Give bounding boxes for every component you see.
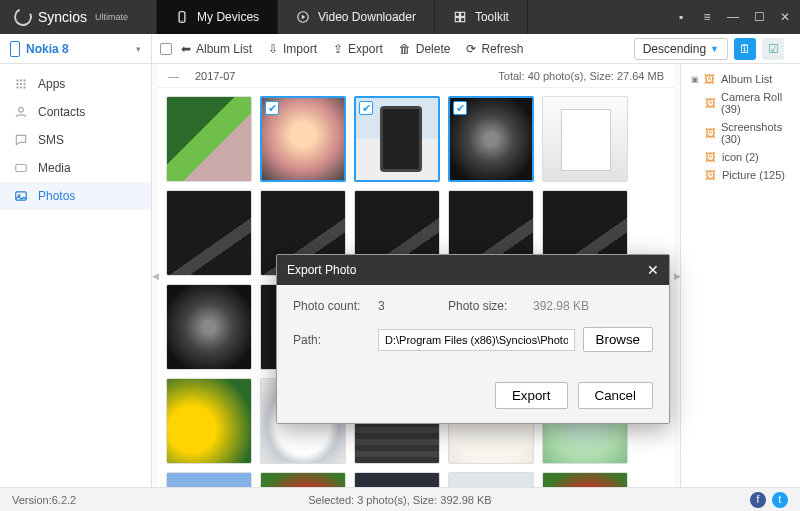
modal-cancel-button[interactable]: Cancel <box>578 382 654 409</box>
path-label: Path: <box>293 333 378 347</box>
album-camera-roll-label: Camera Roll (39) <box>721 91 794 115</box>
export-button[interactable]: ⇪ Export <box>326 39 390 59</box>
sidebar-item-photos[interactable]: Photos <box>0 182 151 210</box>
view-list-button[interactable]: ☑ <box>762 38 784 60</box>
tab-toolkit-label: Toolkit <box>475 10 509 24</box>
apps-icon <box>14 77 28 91</box>
album-list-label: Album List <box>196 42 252 56</box>
photo-thumbnail[interactable] <box>166 378 252 464</box>
album-picture-label: Picture (125) <box>722 169 785 181</box>
sms-icon <box>14 133 28 147</box>
photo-thumbnail[interactable] <box>542 472 628 487</box>
refresh-button[interactable]: ⟳ Refresh <box>459 39 530 59</box>
feedback-icon[interactable]: ▪ <box>674 10 688 24</box>
image-icon: 🖼 <box>705 127 716 139</box>
album-screenshots[interactable]: 🖼 Screenshots (30) <box>681 118 800 148</box>
svg-point-1 <box>181 20 182 21</box>
menu-icon[interactable]: ≡ <box>700 10 714 24</box>
tab-toolkit[interactable]: Toolkit <box>435 0 528 34</box>
back-arrow-icon: ⬅ <box>181 42 191 56</box>
sidebar-item-contacts[interactable]: Contacts <box>0 98 151 126</box>
app-logo-icon <box>11 5 34 28</box>
photo-thumbnail[interactable] <box>166 284 252 370</box>
app-brand: Syncios Ultimate <box>14 8 128 26</box>
check-icon: ☑ <box>768 42 779 56</box>
svg-point-7 <box>16 79 18 81</box>
album-camera-roll[interactable]: 🖼 Camera Roll (39) <box>681 88 800 118</box>
photo-thumbnail[interactable]: ✔ <box>448 96 534 182</box>
select-all-checkbox[interactable] <box>160 43 172 55</box>
browse-button[interactable]: Browse <box>583 327 653 352</box>
photo-count-label: Photo count: <box>293 299 378 313</box>
album-list-button[interactable]: ⬅ Album List <box>174 39 259 59</box>
main-body: Apps Contacts SMS Media Photos ◀ — 2017-… <box>0 64 800 487</box>
sidebar-item-media[interactable]: Media <box>0 154 151 182</box>
path-input[interactable] <box>378 329 575 351</box>
photo-thumbnail[interactable]: ✔ <box>354 96 440 182</box>
photo-thumbnail[interactable] <box>448 472 534 487</box>
photo-size-value: 392.98 KB <box>533 299 589 313</box>
album-icon[interactable]: 🖼 icon (2) <box>681 148 800 166</box>
view-date-button[interactable]: 🗓 <box>734 38 756 60</box>
status-bar: Version: 6.2.2 Selected: 3 photo(s), Siz… <box>0 487 800 511</box>
tab-my-devices-label: My Devices <box>197 10 259 24</box>
sidebar-contacts-label: Contacts <box>38 105 85 119</box>
collapse-icon[interactable]: — <box>168 70 179 82</box>
photo-thumbnail[interactable] <box>542 96 628 182</box>
close-icon[interactable]: ✕ <box>778 10 792 24</box>
group-summary: Total: 40 photo(s), Size: 27.64 MB <box>498 70 664 82</box>
sidebar-photos-label: Photos <box>38 189 75 203</box>
check-icon: ✔ <box>453 101 467 115</box>
refresh-icon: ⟳ <box>466 42 476 56</box>
sidebar-media-label: Media <box>38 161 71 175</box>
export-label: Export <box>348 42 383 56</box>
import-button[interactable]: ⇩ Import <box>261 39 324 59</box>
sidebar-item-apps[interactable]: Apps <box>0 70 151 98</box>
modal-info-row: Photo count: 3 Photo size: 392.98 KB <box>293 299 653 313</box>
tab-video-downloader[interactable]: Video Downloader <box>278 0 435 34</box>
svg-point-16 <box>19 107 24 112</box>
photo-thumbnail[interactable] <box>354 472 440 487</box>
status-selection: Selected: 3 photo(s), Size: 392.98 KB <box>0 494 800 506</box>
device-icon <box>175 10 189 24</box>
photo-thumbnail[interactable] <box>166 190 252 276</box>
photo-thumbnail[interactable] <box>260 472 346 487</box>
delete-button[interactable]: 🗑 Delete <box>392 39 458 59</box>
album-root[interactable]: ▣ 🖼 Album List <box>681 70 800 88</box>
album-root-label: Album List <box>721 73 772 85</box>
tab-my-devices[interactable]: My Devices <box>156 0 278 34</box>
svg-point-14 <box>20 86 22 88</box>
calendar-icon: 🗓 <box>739 42 751 56</box>
modal-header: Export Photo ✕ <box>277 255 669 285</box>
import-icon: ⇩ <box>268 42 278 56</box>
modal-export-button[interactable]: Export <box>495 382 568 409</box>
tab-video-label: Video Downloader <box>318 10 416 24</box>
sidebar-item-sms[interactable]: SMS <box>0 126 151 154</box>
photo-toolbar: ⬅ Album List ⇩ Import ⇪ Export 🗑 Delete … <box>152 34 800 63</box>
sidebar: Apps Contacts SMS Media Photos <box>0 64 152 487</box>
svg-point-8 <box>20 79 22 81</box>
album-icon-label: icon (2) <box>722 151 759 163</box>
maximize-icon[interactable]: ☐ <box>752 10 766 24</box>
minimize-icon[interactable]: — <box>726 10 740 24</box>
sort-label: Descending <box>643 42 706 56</box>
image-icon: 🖼 <box>705 151 717 163</box>
modal-body: Photo count: 3 Photo size: 392.98 KB Pat… <box>277 285 669 372</box>
import-label: Import <box>283 42 317 56</box>
photo-thumbnail[interactable]: ✔ <box>260 96 346 182</box>
image-icon: 🖼 <box>705 169 717 181</box>
facebook-icon[interactable]: f <box>750 492 766 508</box>
album-screenshots-label: Screenshots (30) <box>721 121 794 145</box>
refresh-label: Refresh <box>481 42 523 56</box>
app-edition: Ultimate <box>95 12 128 22</box>
sort-button[interactable]: Descending ▼ <box>634 38 728 60</box>
photo-thumbnail[interactable] <box>166 472 252 487</box>
folder-icon: 🖼 <box>704 73 716 85</box>
group-header: — 2017-07 Total: 40 photo(s), Size: 27.6… <box>158 64 674 88</box>
twitter-icon[interactable]: t <box>772 492 788 508</box>
device-selector[interactable]: Nokia 8 ▾ <box>0 34 152 63</box>
photo-thumbnail[interactable] <box>166 96 252 182</box>
album-picture[interactable]: 🖼 Picture (125) <box>681 166 800 184</box>
export-icon: ⇪ <box>333 42 343 56</box>
modal-close-icon[interactable]: ✕ <box>647 262 659 278</box>
